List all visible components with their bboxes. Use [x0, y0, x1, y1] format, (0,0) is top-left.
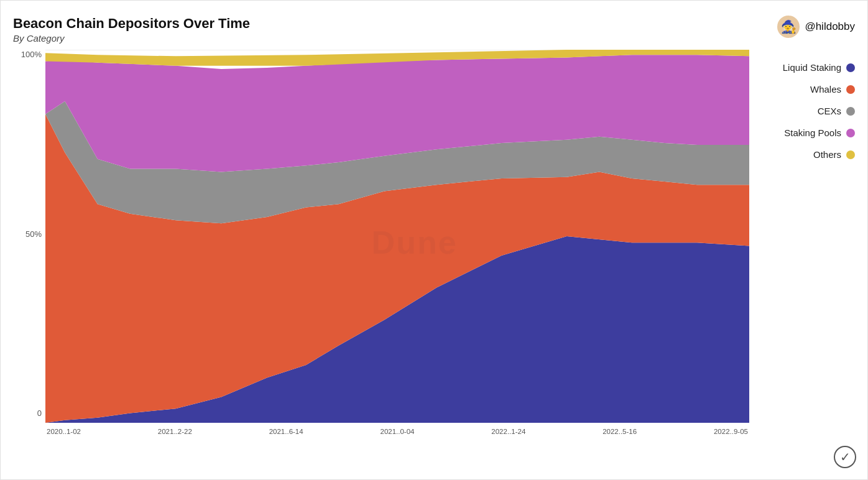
legend-dot-staking-pools [846, 129, 855, 137]
y-label-50: 50% [13, 229, 45, 239]
x-label-3: 2021..0-04 [380, 428, 414, 435]
checkmark-badge: ✓ [834, 446, 856, 468]
legend-item-cexs: CEXs [768, 106, 855, 116]
chart-subtitle: By Category [13, 33, 250, 44]
legend-label-whales: Whales [810, 84, 841, 95]
legend: Liquid Staking Whales CEXs Staking Pools… [749, 50, 855, 435]
legend-item-liquid-staking: Liquid Staking [768, 62, 855, 73]
legend-label-staking-pools: Staking Pools [784, 127, 841, 138]
x-label-5: 2022..5-16 [603, 428, 637, 435]
chart-title: Beacon Chain Depositors Over Time [13, 16, 250, 32]
chart-svg [45, 50, 749, 423]
x-axis: 2020..1-02 2021..2-22 2021..6-14 2021..0… [45, 428, 749, 435]
main-container: Beacon Chain Depositors Over Time By Cat… [0, 0, 868, 480]
x-label-4: 2022..1-24 [491, 428, 525, 435]
x-label-2: 2021..6-14 [269, 428, 303, 435]
y-label-100: 100% [13, 50, 45, 59]
legend-label-liquid-staking: Liquid Staking [783, 62, 841, 73]
header: Beacon Chain Depositors Over Time By Cat… [13, 16, 855, 44]
x-label-1: 2021..2-22 [158, 428, 192, 435]
legend-dot-whales [846, 85, 855, 94]
author-block: 🧙 @hildobby [777, 16, 855, 38]
y-label-0: 0 [13, 408, 45, 418]
author-name: @hildobby [805, 21, 855, 33]
legend-item-others: Others [768, 149, 855, 160]
legend-label-cexs: CEXs [818, 106, 841, 116]
legend-item-staking-pools: Staking Pools [768, 127, 855, 138]
title-block: Beacon Chain Depositors Over Time By Cat… [13, 16, 250, 44]
x-label-0: 2020..1-02 [47, 428, 81, 435]
chart-svg-container: Dune 2020..1-02 2021..2-22 2021..6-14 20… [45, 50, 749, 435]
legend-dot-others [846, 150, 855, 159]
legend-label-others: Others [813, 149, 841, 160]
legend-item-whales: Whales [768, 84, 855, 95]
chart-area: 100% 50% 0 [13, 50, 855, 435]
x-label-6: 2022..9-05 [714, 428, 748, 435]
y-axis: 100% 50% 0 [13, 50, 45, 435]
legend-dot-cexs [846, 107, 855, 116]
avatar: 🧙 [777, 16, 800, 38]
legend-dot-liquid-staking [846, 63, 855, 72]
